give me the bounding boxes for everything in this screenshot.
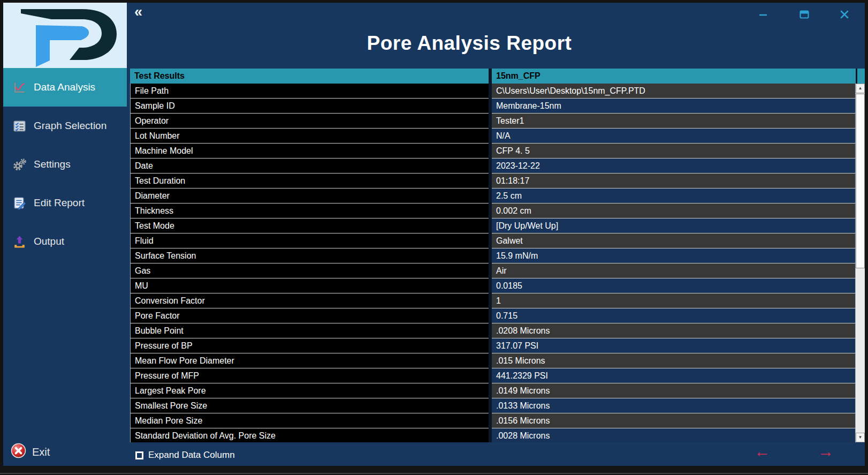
sidebar-item-label: Output (34, 236, 64, 247)
table-row: Thickness0.002 cm (130, 203, 856, 218)
row-value: 0.0185 (492, 278, 856, 293)
row-value: 2023-12-22 (492, 159, 856, 174)
exit-icon (11, 443, 26, 461)
footer-bar: Expand Data Column ← → (127, 445, 865, 466)
results-table-body: File PathC\Users\User\Desktop\15nm_CFP.P… (130, 84, 856, 442)
logo-icon (3, 3, 127, 68)
sidebar-item-settings[interactable]: Settings (3, 145, 127, 184)
row-value: Air (492, 263, 856, 278)
table-row: GasAir (130, 263, 856, 278)
scroll-down-button[interactable]: ▼ (856, 433, 865, 442)
table-row: Lot NumberN/A (130, 129, 856, 144)
close-icon (839, 9, 850, 20)
row-label: Fluid (130, 233, 489, 248)
header-cell-dataset: 15nm_CFP (492, 69, 856, 84)
table-row: Conversion Factor1 (130, 293, 856, 308)
row-label: Largest Peak Pore (130, 383, 489, 398)
vertical-scrollbar[interactable]: ▲ ▼ (856, 84, 865, 442)
table-row: Pressure of MFP441.2329 PSI (130, 368, 856, 383)
row-label: Mean Flow Pore Diameter (130, 353, 489, 368)
minimize-icon (757, 9, 769, 20)
row-value: 0.002 cm (492, 203, 856, 218)
row-label: Gas (130, 263, 489, 278)
table-row: Pore Factor0.715 (130, 308, 856, 323)
maximize-button[interactable] (797, 8, 811, 22)
row-value: Membrane-15nm (492, 99, 856, 114)
table-row: MU0.0185 (130, 278, 856, 293)
minimize-button[interactable] (756, 8, 770, 22)
table-row: Bubble Point.0208 Microns (130, 323, 856, 338)
row-label: Surface Tension (130, 248, 489, 263)
expand-data-column-checkbox[interactable] (135, 451, 143, 459)
previous-dataset-button[interactable]: ← (754, 442, 770, 461)
row-label: Test Mode (130, 218, 489, 233)
row-value: 2.5 cm (492, 189, 856, 203)
row-label: Smallest Pore Size (130, 398, 489, 413)
edit-document-icon (12, 196, 27, 210)
row-label: Lot Number (130, 129, 489, 144)
sidebar-item-label: Graph Selection (34, 120, 106, 132)
sidebar-item-output[interactable]: Output (3, 222, 127, 261)
table-row: Test Mode[Dry Up/Wet Up] (130, 218, 856, 233)
row-value: 01:18:17 (492, 174, 856, 189)
sidebar-item-data-analysis[interactable]: Data Analysis (3, 68, 127, 107)
row-value: .015 Microns (492, 353, 856, 368)
next-dataset-button[interactable]: → (818, 442, 834, 461)
page-title: Pore Analysis Report (127, 32, 812, 55)
table-row: Smallest Pore Size.0133 Microns (130, 398, 856, 413)
table-row: Pressure of BP317.07 PSI (130, 338, 856, 353)
table-row: Diameter2.5 cm (130, 189, 856, 203)
row-value: .0156 Microns (492, 413, 856, 428)
row-value: Tester1 (492, 114, 856, 129)
row-label: File Path (130, 84, 489, 99)
close-button[interactable] (837, 8, 851, 22)
table-row: Surface Tension15.9 mN/m (130, 248, 856, 263)
row-value: 441.2329 PSI (492, 368, 856, 383)
row-value: CFP 4. 5 (492, 144, 856, 159)
scrollbar-corner (856, 69, 865, 84)
sidebar-item-graph-selection[interactable]: Graph Selection (3, 107, 127, 145)
table-row: Test Duration01:18:17 (130, 174, 856, 189)
row-label: Machine Model (130, 144, 489, 159)
row-value: .0028 Microns (492, 428, 856, 442)
exit-label: Exit (32, 446, 50, 458)
upload-icon (12, 235, 27, 249)
row-label: Thickness (130, 203, 489, 218)
row-label: Date (130, 159, 489, 174)
sidebar-item-edit-report[interactable]: Edit Report (3, 184, 127, 222)
row-label: Test Duration (130, 174, 489, 189)
line-chart-icon (12, 80, 27, 95)
sidebar-nav: Data Analysis Graph Selection (3, 68, 127, 261)
main-panel: « Pore Analysis Report (127, 3, 865, 466)
row-label: Standard Deviation of Avg. Pore Size (130, 428, 489, 442)
sidebar-item-label: Data Analysis (34, 81, 95, 93)
expand-data-column-control[interactable]: Expand Data Column (135, 450, 235, 461)
row-label: Pore Factor (130, 308, 489, 323)
row-value: 15.9 mN/m (492, 248, 856, 263)
row-value: .0208 Microns (492, 323, 856, 338)
table-row: Date2023-12-22 (130, 159, 856, 174)
row-label: Pressure of BP (130, 338, 489, 353)
table-row: Median Pore Size.0156 Microns (130, 413, 856, 428)
results-table-header: Test Results 15nm_CFP (130, 69, 865, 84)
row-value: 1 (492, 293, 856, 308)
sidebar: Data Analysis Graph Selection (3, 3, 127, 466)
row-label: Median Pore Size (130, 413, 489, 428)
header-cell-test-results: Test Results (130, 69, 489, 84)
table-row: Mean Flow Pore Diameter.015 Microns (130, 353, 856, 368)
row-label: Conversion Factor (130, 293, 489, 308)
table-row: Sample IDMembrane-15nm (130, 99, 856, 114)
scroll-up-button[interactable]: ▲ (856, 84, 865, 93)
scrollbar-thumb[interactable] (856, 94, 865, 268)
row-value: .0133 Microns (492, 398, 856, 413)
row-label: Operator (130, 114, 489, 129)
sidebar-item-exit[interactable]: Exit (11, 443, 50, 461)
collapse-sidebar-button[interactable]: « (134, 4, 142, 20)
table-row: File PathC\Users\User\Desktop\15nm_CFP.P… (130, 84, 856, 99)
expand-data-column-label: Expand Data Column (148, 450, 235, 461)
row-value: Galwet (492, 233, 856, 248)
table-row: FluidGalwet (130, 233, 856, 248)
table-row: OperatorTester1 (130, 114, 856, 129)
row-value: 0.715 (492, 308, 856, 323)
sidebar-item-label: Settings (34, 159, 71, 170)
